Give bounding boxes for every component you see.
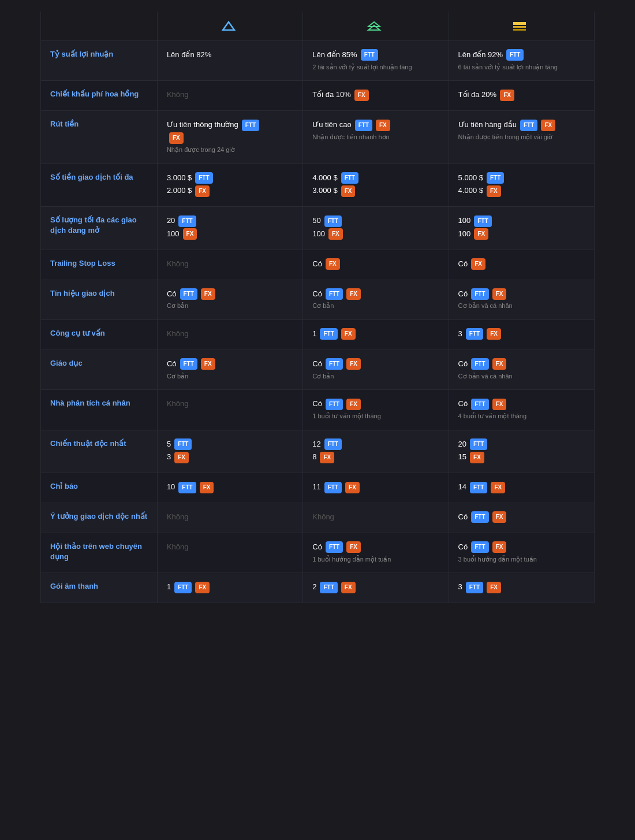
sub-text: 3 buổi hướng dẫn một tuần — [458, 555, 585, 565]
value-line: 1FTTFX — [167, 581, 293, 593]
sub-text: Cơ bản và cá nhân — [458, 301, 585, 311]
value-line: CóFTTFX — [312, 288, 439, 300]
table-row: Nhà phân tích cá nhânKhôngCóFTTFX1 buổi … — [41, 390, 595, 430]
feature-label: Trailing Stop Loss — [41, 250, 158, 280]
cell-text: Tối đa 20% — [458, 89, 497, 101]
starter-column-header — [157, 12, 302, 41]
advanced-icon — [366, 21, 382, 31]
value-line: CóFX — [312, 258, 439, 270]
cell-text: Có — [312, 288, 322, 300]
fx-badge: FX — [183, 228, 197, 240]
expert-value: CóFTTFX3 buổi hướng dẫn một tuần — [449, 533, 594, 573]
feature-label: Chiết khấu phí hoa hồng — [41, 81, 158, 111]
feature-label: Ý tưởng giao dịch độc nhất — [41, 503, 158, 533]
cell-text: Có — [312, 258, 322, 270]
fx-badge: FX — [354, 90, 369, 101]
sub-text: Cơ bản — [312, 301, 439, 311]
table-row: Chiến thuật độc nhất5FTT3FX12FTT8FX20FTT… — [41, 430, 595, 473]
starter-value: 10FTTFX — [157, 473, 302, 503]
value-line: 2FTTFX — [312, 581, 439, 593]
value-line: Tối đa 10%FX — [312, 89, 439, 101]
starter-value: Không — [157, 81, 302, 111]
value-line: 5FTT — [167, 438, 293, 451]
table-row: Chỉ báo10FTTFX11FTTFX14FTTFX — [41, 473, 595, 503]
cell-text: 15 — [458, 451, 466, 463]
cell-text: 12 — [312, 438, 320, 451]
value-line: 3FTTFX — [458, 328, 585, 340]
expert-value: 14FTTFX — [449, 473, 594, 503]
table-row: Công cụ tư vấnKhông1FTTFX3FTTFX — [41, 319, 595, 350]
ftt-badge: FTT — [320, 328, 337, 340]
fx-badge: FX — [474, 228, 488, 240]
starter-value: Không — [157, 533, 302, 573]
ftt-badge: FTT — [520, 120, 537, 131]
cell-text: Có — [458, 258, 468, 270]
cell-text: 2.000 $ — [167, 185, 192, 197]
value-line: CóFTTFX — [167, 358, 293, 370]
table-row: Ý tưởng giao dịch độc nhấtKhôngKhôngCóFT… — [41, 503, 595, 533]
feature-label: Tín hiệu giao dịch — [41, 280, 158, 319]
value-line: CóFX — [458, 258, 585, 270]
value-line: 3.000 $FX — [312, 185, 439, 197]
expert-value: CóFX — [449, 250, 594, 280]
sub-text: 1 buổi tư vấn một tháng — [312, 411, 439, 422]
fx-badge: FX — [470, 452, 484, 463]
value-line: 100FTT — [458, 215, 585, 227]
ftt-badge: FTT — [355, 120, 372, 131]
table-row: Tín hiệu giao dịchCóFTTFXCơ bảnCóFTTFXCơ… — [41, 280, 595, 319]
fx-badge: FX — [346, 358, 361, 370]
ftt-badge: FTT — [487, 172, 504, 184]
advanced-value: CóFTTFX1 buổi tư vấn một tháng — [303, 390, 449, 430]
value-line: 100FX — [312, 228, 439, 240]
sub-text: Cơ bản — [167, 301, 293, 311]
fx-badge: FX — [320, 452, 334, 463]
value-line: Lên đến 92%FTT — [458, 49, 585, 61]
cell-text: 100 — [458, 228, 471, 240]
none-value: Không — [167, 542, 189, 551]
advanced-value: CóFTTFXCơ bản — [303, 280, 449, 319]
ftt-badge: FTT — [242, 120, 259, 131]
cell-text: 100 — [458, 215, 471, 227]
ftt-badge: FTT — [174, 438, 192, 450]
ftt-badge: FTT — [466, 582, 483, 593]
ftt-badge: FTT — [471, 399, 488, 410]
cell-text: 3 — [167, 451, 171, 463]
feature-label: Công cụ tư vấn — [41, 319, 158, 350]
advanced-value: 12FTT8FX — [303, 430, 449, 473]
cell-text: Có — [312, 541, 322, 553]
value-line: 100FX — [458, 228, 585, 240]
ftt-badge: FTT — [471, 541, 488, 553]
value-line: 4.000 $FTT — [312, 172, 439, 184]
value-line: 8FX — [312, 451, 439, 463]
expert-value: CóFTTFXCơ bản và cá nhân — [449, 280, 594, 319]
value-line: Ưu tiên thông thườngFTT — [167, 119, 293, 131]
cell-text: 100 — [312, 228, 325, 240]
cell-text: 1 — [312, 328, 316, 340]
fx-badge: FX — [341, 185, 356, 197]
ftt-badge: FTT — [361, 49, 378, 61]
feature-label: Số tiền giao dịch tối đa — [41, 163, 158, 207]
cell-text: 5.000 $ — [458, 172, 483, 184]
expert-value: CóFTTFX4 buổi tư vấn một tháng — [449, 390, 594, 430]
table-row: Rút tiềnƯu tiên thông thườngFTTFXNhận đư… — [41, 111, 595, 163]
feature-label: Rút tiền — [41, 111, 158, 163]
ftt-badge: FTT — [471, 358, 488, 370]
value-line: CóFTTFX — [458, 398, 585, 410]
ftt-badge: FTT — [466, 328, 483, 340]
fx-badge: FX — [195, 582, 210, 593]
value-line: Ưu tiên caoFTTFX — [312, 119, 439, 131]
starter-value: CóFTTFXCơ bản — [157, 350, 302, 389]
fx-badge: FX — [169, 132, 184, 144]
fx-badge: FX — [201, 358, 215, 370]
feature-label: Hội thảo trên web chuyên dụng — [41, 533, 158, 573]
value-line: CóFTTFX — [458, 541, 585, 553]
value-line: Ưu tiên hàng đầuFTTFX — [458, 119, 585, 131]
table-row: Chiết khấu phí hoa hồngKhôngTối đa 10%FX… — [41, 81, 595, 111]
value-line: 11FTTFX — [312, 481, 439, 493]
expert-value: Ưu tiên hàng đầuFTTFXNhận được tiền tron… — [449, 111, 594, 163]
fx-badge: FX — [346, 399, 361, 410]
starter-value: Không — [157, 503, 302, 533]
sub-text: Nhận được trong 24 giờ — [167, 145, 293, 155]
cell-text: Có — [167, 288, 177, 300]
value-line: CóFTTFX — [458, 511, 585, 523]
